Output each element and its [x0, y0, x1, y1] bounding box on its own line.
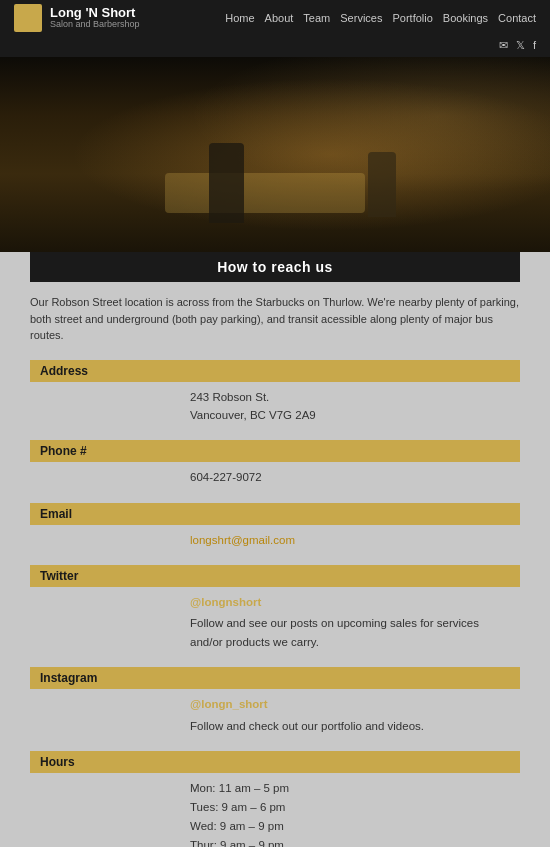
header-facebook-icon[interactable]: f	[533, 39, 536, 52]
instagram-block: Instagram @longn_short Follow and check …	[30, 667, 520, 741]
twitter-content: @longnshort Follow and see our posts on …	[30, 587, 520, 657]
hero-image	[0, 57, 550, 252]
hours-mon: Mon: 11 am – 5 pm	[190, 779, 510, 798]
email-content: longshrt@gmail.com	[30, 525, 520, 555]
instagram-label: Instagram	[30, 667, 520, 689]
address-content: 243 Robson St. Vancouver, BC V7G 2A9	[30, 382, 520, 431]
twitter-block: Twitter @longnshort Follow and see our p…	[30, 565, 520, 657]
nav-bookings[interactable]: Bookings	[443, 12, 488, 24]
nav-portfolio[interactable]: Portfolio	[392, 12, 432, 24]
nav-home[interactable]: Home	[225, 12, 254, 24]
hours-block: Hours Mon: 11 am – 5 pm Tues: 9 am – 6 p…	[30, 751, 520, 847]
header-social-bar: ✉ 𝕏 f	[0, 36, 550, 57]
main-nav: Home About Team Services Portfolio Booki…	[225, 12, 536, 24]
nav-contact[interactable]: Contact	[498, 12, 536, 24]
nav-about[interactable]: About	[265, 12, 294, 24]
hours-wed: Wed: 9 am – 9 pm	[190, 817, 510, 836]
hours-thu: Thur: 9 am – 9 pm	[190, 836, 510, 847]
address-label: Address	[30, 360, 520, 382]
header-twitter-icon[interactable]: 𝕏	[516, 39, 525, 52]
main-content: How to reach us Our Robson Street locati…	[0, 252, 550, 847]
nav-services[interactable]: Services	[340, 12, 382, 24]
logo-text: Long 'N Short Salon and Barbershop	[50, 6, 140, 30]
twitter-handle[interactable]: @longnshort	[190, 593, 510, 611]
email-label: Email	[30, 503, 520, 525]
phone-number: 604-227-9072	[190, 471, 262, 483]
email-link[interactable]: longshrt@gmail.com	[190, 534, 295, 546]
logo-main: Long 'N Short	[50, 6, 140, 20]
instagram-content: @longn_short Follow and check out our po…	[30, 689, 520, 741]
hours-label: Hours	[30, 751, 520, 773]
header-email-icon[interactable]: ✉	[499, 39, 508, 52]
address-line1: 243 Robson St.	[190, 391, 269, 403]
page-title: How to reach us	[30, 252, 520, 282]
logo: Long 'N Short Salon and Barbershop	[14, 4, 140, 32]
nav-team[interactable]: Team	[303, 12, 330, 24]
address-line2: Vancouver, BC V7G 2A9	[190, 409, 316, 421]
twitter-label: Twitter	[30, 565, 520, 587]
phone-block: Phone # 604-227-9072	[30, 440, 520, 492]
instagram-desc: Follow and check out our portfolio and v…	[190, 720, 424, 732]
address-block: Address 243 Robson St. Vancouver, BC V7G…	[30, 360, 520, 431]
hours-content: Mon: 11 am – 5 pm Tues: 9 am – 6 pm Wed:…	[30, 773, 520, 847]
email-block: Email longshrt@gmail.com	[30, 503, 520, 555]
svg-rect-0	[19, 11, 27, 25]
logo-sub: Salon and Barbershop	[50, 20, 140, 30]
svg-rect-1	[29, 15, 37, 25]
phone-content: 604-227-9072	[30, 462, 520, 492]
header: Long 'N Short Salon and Barbershop Home …	[0, 0, 550, 36]
twitter-desc: Follow and see our posts on upcoming sal…	[190, 617, 479, 647]
logo-icon	[14, 4, 42, 32]
hours-tue: Tues: 9 am – 6 pm	[190, 798, 510, 817]
intro-text: Our Robson Street location is across fro…	[30, 294, 520, 344]
phone-label: Phone #	[30, 440, 520, 462]
instagram-handle[interactable]: @longn_short	[190, 695, 510, 713]
